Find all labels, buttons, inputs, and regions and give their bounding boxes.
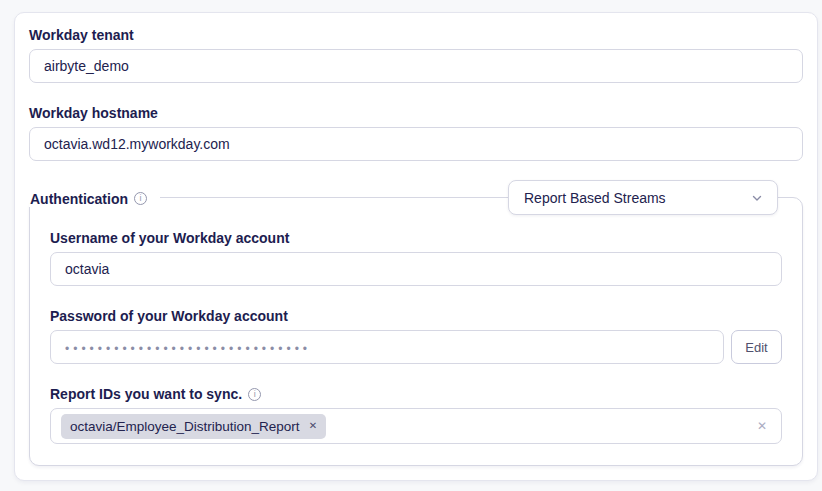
edit-password-button[interactable]: Edit (731, 330, 782, 364)
username-input[interactable]: octavia (50, 252, 782, 286)
report-ids-label: Report IDs you want to sync. i (50, 387, 782, 401)
chevron-down-icon (751, 192, 763, 204)
page-background: Workday tenant airbyte_demo Workday host… (0, 0, 822, 491)
report-ids-field-group: Report IDs you want to sync. i octavia/E… (50, 387, 782, 444)
report-ids-label-text: Report IDs you want to sync. (50, 387, 242, 401)
authentication-group: Authentication i Report Based Streams Us… (29, 197, 803, 466)
auth-method-selected-value: Report Based Streams (524, 190, 666, 206)
connector-settings-card: Workday tenant airbyte_demo Workday host… (14, 12, 818, 481)
tenant-label-text: Workday tenant (29, 28, 134, 42)
report-id-tag-text: octavia/Employee_Distribution_Report (70, 419, 300, 434)
info-icon[interactable]: i (248, 388, 261, 401)
username-value: octavia (65, 261, 109, 277)
auth-method-select[interactable]: Report Based Streams (508, 180, 778, 215)
tenant-value: airbyte_demo (44, 58, 129, 74)
tenant-input[interactable]: airbyte_demo (29, 49, 803, 83)
password-input[interactable]: •••••••••••••••••••••••••••••• (50, 330, 724, 364)
report-id-tag: octavia/Employee_Distribution_Report ✕ (61, 414, 326, 439)
password-label: Password of your Workday account (50, 309, 782, 323)
password-field-group: Password of your Workday account •••••••… (50, 309, 782, 364)
info-icon[interactable]: i (134, 192, 147, 205)
hostname-label-text: Workday hostname (29, 106, 158, 120)
username-label-text: Username of your Workday account (50, 231, 289, 245)
hostname-input[interactable]: octavia.wd12.myworkday.com (29, 127, 803, 161)
remove-tag-icon[interactable]: ✕ (309, 421, 317, 431)
password-masked-value: •••••••••••••••••••••••••••••• (65, 340, 311, 355)
hostname-field-group: Workday hostname octavia.wd12.myworkday.… (29, 106, 803, 161)
username-label: Username of your Workday account (50, 231, 782, 245)
password-row: •••••••••••••••••••••••••••••• Edit (50, 330, 782, 364)
hostname-value: octavia.wd12.myworkday.com (44, 136, 230, 152)
authentication-legend: Authentication i (29, 190, 160, 207)
clear-input-icon[interactable]: ✕ (757, 420, 767, 432)
tenant-label: Workday tenant (29, 28, 803, 42)
tenant-field-group: Workday tenant airbyte_demo (29, 28, 803, 83)
password-label-text: Password of your Workday account (50, 309, 288, 323)
report-ids-input[interactable]: octavia/Employee_Distribution_Report ✕ ✕ (50, 408, 782, 444)
hostname-label: Workday hostname (29, 106, 803, 120)
authentication-label: Authentication (30, 191, 128, 207)
username-field-group: Username of your Workday account octavia (50, 231, 782, 286)
